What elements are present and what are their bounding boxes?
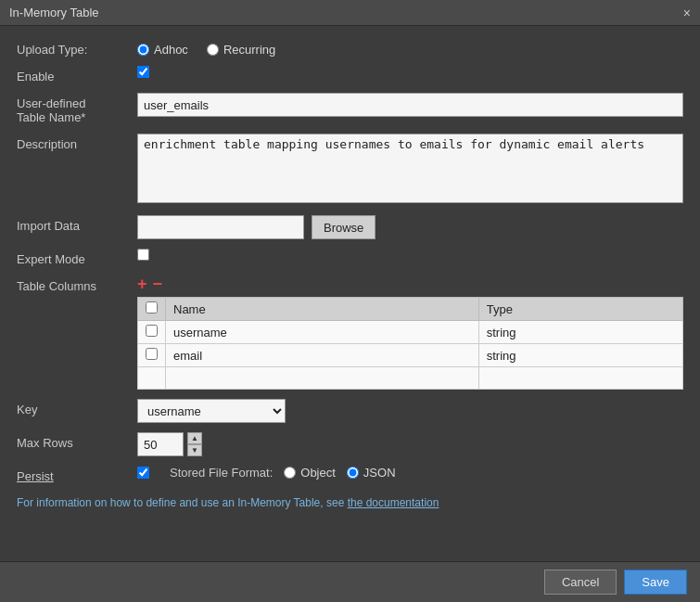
format-json-radio[interactable] xyxy=(347,467,359,479)
info-text-pre: For information on how to define and use… xyxy=(17,496,348,509)
persist-checkbox[interactable] xyxy=(137,467,149,479)
enable-label: Enable xyxy=(17,66,137,83)
header-name-col: Name xyxy=(166,298,479,321)
recurring-label: Recurring xyxy=(223,43,275,57)
select-all-checkbox[interactable] xyxy=(146,301,158,314)
info-link-row: For information on how to define and use… xyxy=(17,496,683,509)
format-json-label[interactable]: JSON xyxy=(347,466,396,480)
upload-type-label: Upload Type: xyxy=(17,39,137,57)
documentation-link[interactable]: the documentation xyxy=(348,496,439,509)
columns-table: Name Type username string email xyxy=(137,297,683,390)
header-checkbox-col xyxy=(138,298,166,321)
table-name-row: User-defined Table Name* xyxy=(17,93,683,124)
enable-checkbox[interactable] xyxy=(137,66,149,78)
format-object-radio[interactable] xyxy=(284,467,296,479)
max-rows-up-button[interactable]: ▲ xyxy=(187,432,202,444)
format-object-text: Object xyxy=(300,466,336,480)
persist-row: Persist Stored File Format: Object JSON xyxy=(17,466,683,483)
adhoc-radio-label[interactable]: Adhoc xyxy=(137,43,188,57)
persist-underline-label: Persist xyxy=(17,469,54,483)
import-data-control: Browse xyxy=(137,215,683,239)
description-textarea[interactable]: enrichment table mapping usernames to em… xyxy=(137,134,683,203)
row-type-cell: string xyxy=(478,344,682,367)
recurring-radio[interactable] xyxy=(207,44,219,56)
table-columns-label: Table Columns xyxy=(17,275,137,293)
table-name-label: User-defined Table Name* xyxy=(17,93,137,124)
row-checkbox[interactable] xyxy=(146,348,158,360)
row-checkbox-cell xyxy=(138,344,166,367)
dialog-footer: Cancel Save xyxy=(0,561,700,602)
adhoc-radio[interactable] xyxy=(137,44,149,56)
row-name-cell: email xyxy=(166,344,479,367)
expert-mode-checkbox[interactable] xyxy=(137,249,149,261)
row-name-cell: username xyxy=(166,321,479,344)
enable-row: Enable xyxy=(17,66,683,83)
format-object-label[interactable]: Object xyxy=(284,466,336,480)
dialog-title: In-Memory Table xyxy=(9,6,99,19)
table-header-row: Name Type xyxy=(138,298,683,321)
table-row: email string xyxy=(138,344,683,367)
table-name-control xyxy=(137,93,683,117)
expert-mode-control xyxy=(137,249,683,263)
header-type-col: Type xyxy=(478,298,682,321)
description-row: Description enrichment table mapping use… xyxy=(17,134,683,206)
cancel-button[interactable]: Cancel xyxy=(544,570,617,595)
row-type-cell: string xyxy=(478,321,682,344)
upload-type-control: Adhoc Recurring xyxy=(137,39,683,57)
save-button[interactable]: Save xyxy=(624,570,687,595)
enable-control xyxy=(137,66,683,81)
persist-control: Stored File Format: Object JSON xyxy=(137,466,683,480)
recurring-radio-label[interactable]: Recurring xyxy=(207,43,275,57)
max-rows-down-button[interactable]: ▼ xyxy=(187,444,202,456)
max-rows-row: Max Rows ▲ ▼ xyxy=(17,432,683,456)
max-rows-spinner: ▲ ▼ xyxy=(187,432,202,456)
max-rows-input[interactable] xyxy=(137,432,184,456)
row-checkbox-cell xyxy=(138,321,166,344)
description-control: enrichment table mapping usernames to em… xyxy=(137,134,683,206)
format-json-text: JSON xyxy=(363,466,396,480)
description-label: Description xyxy=(17,134,137,151)
persist-label: Persist xyxy=(17,466,137,483)
key-select[interactable]: username email xyxy=(137,399,286,423)
table-row: username string xyxy=(138,321,683,344)
stored-file-format-label: Stored File Format: xyxy=(170,466,273,480)
browse-button[interactable]: Browse xyxy=(312,215,375,239)
table-columns-content: + − Name Type username xyxy=(137,275,683,390)
import-file-input[interactable] xyxy=(137,215,304,239)
import-data-label: Import Data xyxy=(17,215,137,233)
title-bar: In-Memory Table × xyxy=(0,0,700,26)
expert-mode-row: Expert Mode xyxy=(17,249,683,266)
key-row: Key username email xyxy=(17,399,683,423)
max-rows-control: ▲ ▼ xyxy=(137,432,683,456)
import-data-row: Import Data Browse xyxy=(17,215,683,239)
adhoc-label: Adhoc xyxy=(154,43,188,57)
table-empty-row xyxy=(138,367,683,390)
dialog: In-Memory Table × Upload Type: Adhoc Rec… xyxy=(0,0,700,602)
close-button[interactable]: × xyxy=(683,6,691,19)
row-checkbox[interactable] xyxy=(146,325,158,337)
table-columns-row: Table Columns + − Name Type xyxy=(17,275,683,390)
add-remove-buttons: + − xyxy=(137,275,683,292)
upload-type-row: Upload Type: Adhoc Recurring xyxy=(17,39,683,57)
key-label: Key xyxy=(17,399,137,416)
dialog-content: Upload Type: Adhoc Recurring Enable User… xyxy=(0,26,700,561)
remove-column-button[interactable]: − xyxy=(153,275,163,292)
max-rows-label: Max Rows xyxy=(17,432,137,450)
expert-mode-label: Expert Mode xyxy=(17,249,137,266)
key-control: username email xyxy=(137,399,683,423)
table-name-input[interactable] xyxy=(137,93,683,117)
add-column-button[interactable]: + xyxy=(137,275,147,292)
